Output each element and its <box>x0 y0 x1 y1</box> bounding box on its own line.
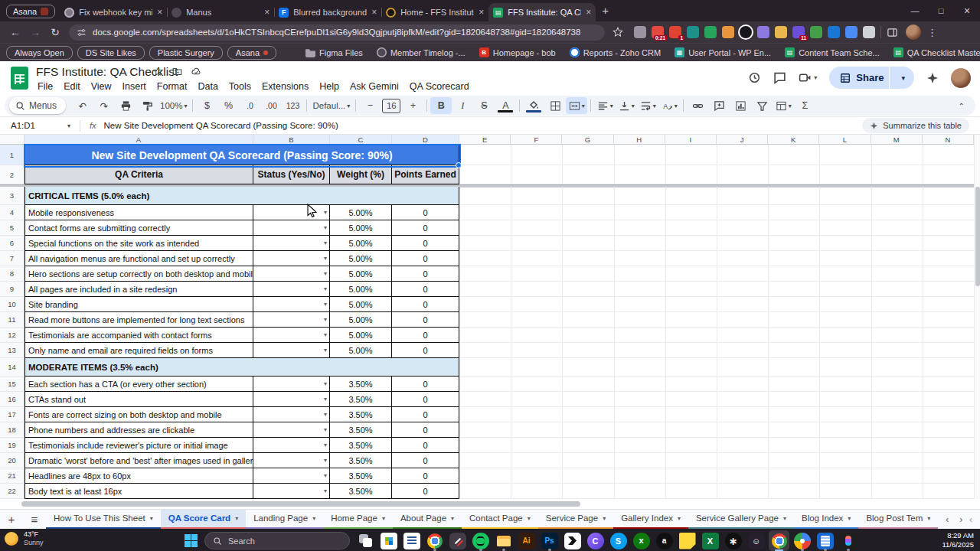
menu-extensions[interactable]: Extensions <box>256 80 314 93</box>
bookmark-item[interactable]: User Portal - WP En... <box>671 47 774 57</box>
row-header-12[interactable]: 12 <box>0 328 24 343</box>
points-cell[interactable]: 0 <box>392 312 459 328</box>
text-rotation-button[interactable]: ▾ <box>658 97 680 114</box>
table-views-button[interactable]: ▾ <box>773 97 794 114</box>
empty-cells-region[interactable] <box>459 422 974 438</box>
sheet-tab-how-to-use-this-sheet[interactable]: How To Use This Sheet▾ <box>46 510 161 530</box>
xbox-icon[interactable] <box>631 530 652 551</box>
criteria-cell[interactable]: Only name and email are required fields … <box>24 343 253 358</box>
column-title-cell[interactable]: QA Criteria <box>24 165 253 184</box>
spreadsheet-grid[interactable]: ABCDEFGHIJKLMN1New Site Development QA S… <box>0 135 974 499</box>
functions-button[interactable]: Σ <box>794 97 815 114</box>
sheet-tab-menu-icon[interactable]: ▾ <box>312 515 315 522</box>
row-header-3[interactable]: 3 <box>0 187 24 205</box>
points-cell[interactable]: 0 <box>392 422 459 438</box>
create-filter-button[interactable] <box>751 97 773 114</box>
scroll-tabs-left-icon[interactable]: ‹ <box>946 514 949 525</box>
criteria-cell[interactable]: Testimonials are accompanied with contac… <box>24 328 253 343</box>
insert-link-button[interactable] <box>687 97 708 114</box>
status-dropdown-cell[interactable]: ▾ <box>253 328 330 343</box>
empty-cells-region[interactable] <box>459 266 974 282</box>
weight-cell[interactable]: 3.50% <box>330 438 392 453</box>
collapse-panel-icon[interactable]: ‹ <box>969 514 972 525</box>
dropdown-caret-icon[interactable]: ▾ <box>324 442 329 448</box>
status-dropdown-cell[interactable]: ▾ <box>253 297 330 312</box>
empty-cells-region[interactable] <box>459 251 974 266</box>
points-cell[interactable]: 0 <box>392 282 459 297</box>
criteria-cell[interactable]: CTAs stand out <box>24 392 253 407</box>
criteria-cell[interactable]: Hero sections are setup correctly on bot… <box>24 266 253 282</box>
empty-cells-region[interactable] <box>459 358 974 377</box>
weight-cell[interactable]: 5.00% <box>330 297 392 312</box>
text-color-button[interactable]: A <box>495 97 516 114</box>
sticky-notes-icon[interactable] <box>677 530 697 551</box>
status-dropdown-cell[interactable]: ▾ <box>253 377 330 392</box>
sheet-tab-menu-icon[interactable]: ▾ <box>783 515 786 522</box>
notes-extension-icon[interactable] <box>722 26 734 38</box>
column-header-N[interactable]: N <box>923 135 974 145</box>
sheet-tab-menu-icon[interactable]: ▾ <box>927 515 930 522</box>
row-header-13[interactable]: 13 <box>0 343 24 358</box>
bookmark-group-pill[interactable]: Asana <box>227 46 276 60</box>
status-dropdown-cell[interactable]: ▾ <box>253 343 330 358</box>
dropdown-caret-icon[interactable]: ▾ <box>324 316 329 323</box>
menu-ask-gemini[interactable]: Ask Gemini <box>345 80 404 93</box>
criteria-cell[interactable]: Body text is at least 16px <box>24 484 253 499</box>
bookmark-group-pill[interactable]: DS Site Likes <box>77 46 145 60</box>
empty-cells-region[interactable] <box>459 328 974 343</box>
close-icon[interactable]: × <box>954 0 980 21</box>
bold-button[interactable]: B <box>430 97 452 114</box>
player-extension-icon[interactable] <box>704 26 717 38</box>
capcut-icon[interactable] <box>562 530 583 551</box>
browser-tab[interactable]: FFS Institute: QA Checklist - Go× <box>488 3 596 21</box>
clockify-icon[interactable] <box>585 530 606 551</box>
reload-icon[interactable]: ↻ <box>46 26 64 38</box>
column-header-F[interactable]: F <box>511 135 562 145</box>
row-header-4[interactable]: 4 <box>0 205 24 220</box>
fill-color-button[interactable] <box>523 97 544 114</box>
bookmark-item[interactable]: QA Checklist Master... <box>890 47 980 57</box>
column-title-cell[interactable]: Status (Yes/No) <box>253 165 330 184</box>
gemini-sparkle-icon[interactable] <box>926 72 939 84</box>
tab-close-icon[interactable]: × <box>264 7 270 18</box>
points-cell[interactable]: 0 <box>392 266 459 282</box>
criteria-cell[interactable]: Headlines are 48px to 60px <box>24 468 253 484</box>
dropdown-caret-icon[interactable]: ▾ <box>324 472 329 479</box>
empty-cells-region[interactable] <box>459 282 974 297</box>
dropdown-caret-icon[interactable]: ▾ <box>324 285 329 292</box>
column-header-B[interactable]: B <box>253 135 330 145</box>
menu-view[interactable]: View <box>86 80 117 93</box>
font-size-field[interactable]: 16 <box>382 99 400 113</box>
merge-cells-button[interactable]: ▾ <box>566 97 587 114</box>
points-cell[interactable]: 0 <box>392 220 459 236</box>
criteria-cell[interactable]: Contact forms are submitting correctly <box>24 220 253 236</box>
weight-cell[interactable]: 5.00% <box>330 282 392 297</box>
share-button[interactable]: Share ▾ <box>829 67 914 89</box>
italic-button[interactable]: I <box>452 97 473 114</box>
audio-app-icon[interactable] <box>654 530 675 551</box>
paw-extension-icon[interactable] <box>845 26 858 38</box>
horizontal-scrollbar-thumb[interactable] <box>21 501 580 507</box>
menu-format[interactable]: Format <box>152 80 193 93</box>
menus-search-button[interactable]: Menus <box>9 97 66 114</box>
sheet-tab-menu-icon[interactable]: ▾ <box>528 515 531 522</box>
undo-button[interactable]: ↶ <box>72 97 93 114</box>
column-header-L[interactable]: L <box>819 135 871 145</box>
insert-comment-button[interactable] <box>708 97 730 114</box>
vertical-scrollbar[interactable] <box>974 135 980 499</box>
weight-cell[interactable]: 5.00% <box>330 266 392 282</box>
criteria-cell[interactable]: All pages are included in a site redesig… <box>24 282 253 297</box>
weight-cell[interactable]: 3.50% <box>330 407 392 422</box>
timer-extension-icon[interactable]: 0:21 <box>652 26 664 38</box>
font-family-button[interactable]: Defaul...▾ <box>310 97 352 114</box>
points-cell[interactable]: 0 <box>392 453 459 468</box>
dropdown-caret-icon[interactable]: ▾ <box>324 209 329 216</box>
file-explorer-icon[interactable] <box>493 530 514 551</box>
dropdown-caret-icon[interactable]: ▾ <box>324 224 329 231</box>
status-dropdown-cell[interactable]: ▾ <box>253 236 330 251</box>
weight-cell[interactable]: 3.50% <box>330 392 392 407</box>
criteria-cell[interactable]: Site branding <box>24 297 253 312</box>
excel-icon[interactable] <box>700 530 720 551</box>
add-sheet-icon[interactable]: + <box>0 513 23 526</box>
account-avatar[interactable] <box>951 68 971 88</box>
